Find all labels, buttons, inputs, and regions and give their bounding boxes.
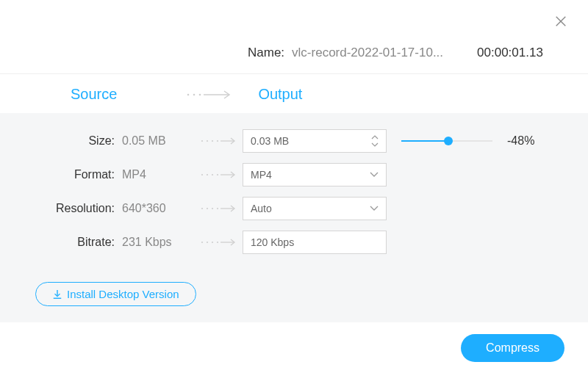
svg-point-3 xyxy=(193,93,196,95)
svg-point-8 xyxy=(212,140,213,142)
arrow-icon xyxy=(186,90,236,99)
stepper-icon xyxy=(371,135,379,147)
svg-point-12 xyxy=(207,174,208,175)
bitrate-output-value: 120 Kbps xyxy=(251,236,294,248)
svg-point-24 xyxy=(217,242,218,243)
size-source: 0.05 MB xyxy=(119,134,196,148)
slider-fill xyxy=(401,140,448,142)
svg-point-4 xyxy=(199,93,201,95)
format-label: Format: xyxy=(18,168,119,181)
format-source: MP4 xyxy=(119,168,196,181)
bitrate-input[interactable]: 120 Kbps xyxy=(243,231,387,254)
svg-point-13 xyxy=(212,174,213,175)
size-output-stepper[interactable]: 0.03 MB xyxy=(243,129,387,153)
size-percent: -48% xyxy=(507,134,534,148)
resolution-source: 640*360 xyxy=(119,202,196,215)
arrow-icon xyxy=(196,205,243,212)
close-icon xyxy=(554,15,567,28)
output-heading: Output xyxy=(258,86,302,103)
arrow-icon xyxy=(196,137,243,145)
close-button[interactable] xyxy=(554,15,569,29)
svg-point-7 xyxy=(207,140,208,142)
chevron-down-icon xyxy=(370,206,379,211)
chevron-down-icon xyxy=(370,172,379,178)
bitrate-row: Bitrate: 231 Kbps 120 Kbps xyxy=(18,231,570,254)
svg-point-14 xyxy=(217,174,218,175)
svg-point-22 xyxy=(207,242,208,243)
install-desktop-button[interactable]: Install Desktop Version xyxy=(35,282,196,306)
svg-point-23 xyxy=(212,242,213,243)
column-headers: Source Output xyxy=(0,74,588,113)
svg-point-17 xyxy=(207,208,208,209)
size-row: Size: 0.05 MB 0.03 MB -48% xyxy=(18,129,570,153)
name-label: Name: xyxy=(248,46,284,60)
svg-point-16 xyxy=(201,208,203,209)
svg-point-18 xyxy=(212,208,213,209)
size-output-value: 0.03 MB xyxy=(251,135,289,147)
resolution-output-value: Auto xyxy=(251,203,272,214)
format-select[interactable]: MP4 xyxy=(243,163,387,186)
svg-point-6 xyxy=(201,140,203,142)
resolution-label: Resolution: xyxy=(18,202,119,215)
svg-point-9 xyxy=(217,140,218,142)
duration: 00:00:01.13 xyxy=(477,46,543,60)
resolution-row: Resolution: 640*360 Auto xyxy=(18,197,570,220)
compress-button[interactable]: Compress xyxy=(461,334,564,362)
svg-point-21 xyxy=(201,242,203,243)
install-label: Install Desktop Version xyxy=(67,288,179,300)
slider-thumb[interactable] xyxy=(444,137,453,145)
settings-panel: Size: 0.05 MB 0.03 MB -48% Format: MP4 xyxy=(0,113,588,322)
svg-point-19 xyxy=(217,208,218,209)
size-slider[interactable] xyxy=(401,134,492,148)
bitrate-label: Bitrate: xyxy=(18,236,119,249)
download-icon xyxy=(52,289,62,300)
arrow-icon xyxy=(196,171,243,178)
svg-point-2 xyxy=(187,93,190,95)
size-label: Size: xyxy=(18,134,119,148)
svg-point-11 xyxy=(201,174,203,175)
file-header: Name: vlc-record-2022-01-17-10... 00:00:… xyxy=(0,0,588,74)
format-output-value: MP4 xyxy=(251,169,272,181)
file-name: vlc-record-2022-01-17-10... xyxy=(292,46,443,60)
bitrate-source: 231 Kbps xyxy=(119,236,196,249)
arrow-icon xyxy=(196,239,243,246)
format-row: Format: MP4 MP4 xyxy=(18,163,570,186)
source-heading: Source xyxy=(71,86,117,103)
resolution-select[interactable]: Auto xyxy=(243,197,387,220)
